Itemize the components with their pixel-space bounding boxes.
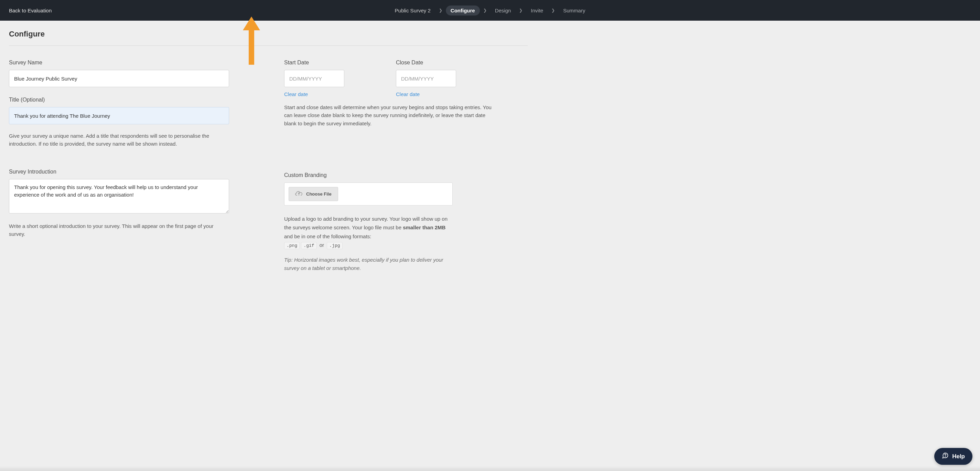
page-title: Configure xyxy=(9,30,528,38)
introduction-help-text: Write a short optional introduction to y… xyxy=(9,222,229,238)
start-date-label: Start Date xyxy=(284,59,344,66)
breadcrumb-step-summary[interactable]: Summary xyxy=(558,5,590,16)
chevron-right-icon: ❯ xyxy=(483,8,487,13)
branding-tip: Tip: Horizontal images work best, especi… xyxy=(284,256,453,272)
close-date-label: Close Date xyxy=(396,59,456,66)
format-jpg: .jpg xyxy=(327,242,342,249)
name-help-text: Give your survey a unique name. Add a ti… xyxy=(9,132,229,148)
dates-help-text: Start and close dates will determine whe… xyxy=(284,103,497,128)
upload-box: Choose File xyxy=(284,182,453,206)
clear-close-date-link[interactable]: Clear date xyxy=(396,91,420,97)
cloud-upload-icon xyxy=(295,191,303,197)
chevron-right-icon: ❯ xyxy=(439,8,442,13)
format-gif: .gif xyxy=(301,242,317,249)
survey-name-label: Survey Name xyxy=(9,59,229,66)
title-input[interactable] xyxy=(9,107,229,124)
chevron-right-icon: ❯ xyxy=(519,8,522,13)
start-date-input[interactable] xyxy=(284,70,344,87)
introduction-textarea[interactable] xyxy=(9,179,229,214)
breadcrumb-survey-name: Public Survey 2 xyxy=(390,5,436,16)
branding-help-text: Upload a logo to add branding to your su… xyxy=(284,214,453,250)
format-png: .png xyxy=(284,242,300,249)
introduction-label: Survey Introduction xyxy=(9,169,229,175)
choose-file-label: Choose File xyxy=(306,192,332,196)
divider xyxy=(9,45,528,46)
breadcrumb: Public Survey 2 ❯ Configure ❯ Design ❯ I… xyxy=(390,5,590,16)
chevron-right-icon: ❯ xyxy=(551,8,555,13)
breadcrumb-step-design[interactable]: Design xyxy=(490,5,516,16)
close-date-input[interactable] xyxy=(396,70,456,87)
choose-file-button[interactable]: Choose File xyxy=(289,187,338,201)
breadcrumb-step-invite[interactable]: Invite xyxy=(526,5,548,16)
branding-label: Custom Branding xyxy=(284,172,497,178)
app-header: Back to Evaluation Public Survey 2 ❯ Con… xyxy=(0,0,980,21)
title-label: Title (Optional) xyxy=(9,97,229,103)
back-to-evaluation-link[interactable]: Back to Evaluation xyxy=(9,8,52,13)
breadcrumb-step-configure[interactable]: Configure xyxy=(446,5,480,16)
clear-start-date-link[interactable]: Clear date xyxy=(284,91,308,97)
survey-name-input[interactable] xyxy=(9,70,229,87)
